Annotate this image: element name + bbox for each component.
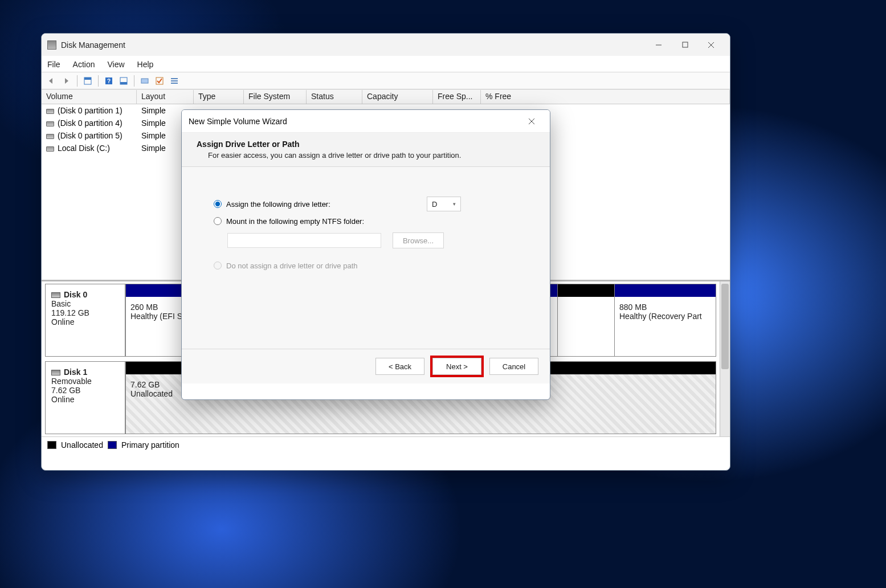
drive-icon (46, 134, 54, 139)
col-pfree[interactable]: % Free (481, 90, 730, 104)
cell-volume: (Disk 0 partition 1) (58, 106, 123, 115)
partition-hidden-black[interactable] (557, 284, 614, 356)
wizard-footer: < Back Next > Cancel (182, 349, 550, 383)
separator (77, 75, 77, 87)
legend: Unallocated Primary partition (42, 436, 730, 452)
view-top-icon[interactable] (81, 75, 95, 87)
svg-rect-1 (683, 42, 688, 47)
help-icon[interactable]: ? (102, 75, 116, 87)
new-simple-volume-wizard: New Simple Volume Wizard Assign Drive Le… (181, 109, 550, 400)
option-mount-folder-label: Mount in the following empty NTFS folder… (226, 217, 364, 226)
option-assign-letter-label: Assign the following drive letter: (226, 200, 330, 209)
option-no-letter-label: Do not assign a drive letter or drive pa… (226, 262, 358, 270)
wizard-body: Assign the following drive letter: D ▾ M… (182, 167, 550, 349)
cancel-button[interactable]: Cancel (489, 358, 538, 375)
disk-name: Disk 1 (64, 368, 87, 377)
wizard-subheading: For easier access, you can assign a driv… (208, 151, 538, 160)
menu-action[interactable]: Action (73, 60, 95, 69)
menu-view[interactable]: View (107, 60, 124, 69)
option-mount-folder[interactable]: Mount in the following empty NTFS folder… (214, 213, 518, 230)
svg-rect-9 (120, 82, 127, 84)
partition[interactable]: 880 MB Healthy (Recovery Part (614, 284, 716, 356)
volume-table-header: Volume Layout Type File System Status Ca… (42, 89, 730, 104)
drive-letter-select[interactable]: D ▾ (427, 197, 461, 211)
drive-letter-value: D (432, 200, 437, 209)
scrollbar[interactable] (720, 281, 730, 436)
svg-rect-14 (171, 83, 178, 84)
wizard-close-button[interactable] (520, 114, 543, 129)
partition[interactable]: 260 MB Healthy (EFI S (125, 284, 188, 356)
chevron-down-icon: ▾ (453, 201, 456, 207)
option-no-letter: Do not assign a drive letter or drive pa… (214, 257, 518, 274)
menu-file[interactable]: File (47, 60, 60, 69)
option-assign-letter[interactable]: Assign the following drive letter: D ▾ (214, 195, 518, 213)
disk-kind: Removable (51, 377, 92, 386)
disk-icon (51, 292, 60, 298)
cell-volume: (Disk 0 partition 4) (58, 119, 123, 128)
list-icon[interactable] (168, 75, 181, 87)
window-title: Disk Management (61, 40, 125, 50)
col-type[interactable]: Type (194, 90, 244, 104)
back-button[interactable]: < Back (375, 358, 424, 375)
forward-icon[interactable] (60, 75, 74, 87)
disk-info: Disk 1 Removable 7.62 GB Online (46, 362, 125, 434)
minimize-button[interactable] (646, 36, 672, 54)
col-status[interactable]: Status (307, 90, 362, 104)
wizard-titlebar[interactable]: New Simple Volume Wizard (182, 110, 550, 133)
close-button[interactable] (698, 36, 724, 54)
legend-swatch-unallocated (47, 441, 56, 449)
ntfs-path-input[interactable] (227, 233, 381, 248)
settings-icon[interactable] (138, 75, 152, 87)
view-bottom-icon[interactable] (117, 75, 130, 87)
back-icon[interactable] (45, 75, 59, 87)
wizard-header: Assign Drive Letter or Path For easier a… (182, 133, 550, 167)
disk-size: 7.62 GB (51, 386, 80, 395)
check-icon[interactable] (153, 75, 166, 87)
col-fs[interactable]: File System (244, 90, 307, 104)
titlebar[interactable]: Disk Management (42, 34, 730, 56)
col-cap[interactable]: Capacity (362, 90, 433, 104)
legend-label-primary: Primary partition (121, 440, 179, 450)
disk-state: Online (51, 317, 74, 326)
drive-icon (46, 121, 54, 126)
radio-mount-folder[interactable] (214, 217, 222, 225)
menubar: File Action View Help (42, 56, 730, 72)
separator (134, 75, 134, 87)
svg-rect-13 (171, 80, 178, 81)
svg-rect-12 (171, 78, 178, 79)
partition-bar (126, 284, 188, 297)
svg-rect-5 (84, 77, 91, 80)
disk-icon (51, 370, 60, 375)
drive-icon (46, 109, 54, 114)
drive-icon (46, 146, 54, 152)
app-icon (47, 40, 56, 50)
wizard-heading: Assign Drive Letter or Path (197, 140, 538, 149)
col-layout[interactable]: Layout (137, 90, 194, 104)
col-free[interactable]: Free Sp... (433, 90, 481, 104)
partition-bar (615, 284, 716, 297)
partition-size: 880 MB (619, 303, 711, 312)
separator (98, 75, 99, 87)
partition-size: 260 MB (130, 303, 183, 312)
wizard-title: New Simple Volume Wizard (189, 117, 287, 126)
col-volume[interactable]: Volume (42, 90, 137, 104)
svg-rect-10 (141, 79, 148, 83)
legend-label-unallocated: Unallocated (61, 440, 103, 450)
cell-volume: (Disk 0 partition 5) (58, 131, 123, 140)
radio-assign-letter[interactable] (214, 200, 222, 208)
disk-info: Disk 0 Basic 119.12 GB Online (46, 284, 125, 356)
next-button[interactable]: Next > (432, 358, 481, 375)
disk-size: 119.12 GB (51, 308, 89, 317)
toolbar: ? (42, 72, 730, 89)
disk-name: Disk 0 (64, 290, 87, 299)
radio-no-letter (214, 262, 222, 270)
menu-help[interactable]: Help (137, 60, 154, 69)
browse-button[interactable]: Browse... (393, 232, 444, 248)
disk-kind: Basic (51, 299, 71, 308)
scrollbar-thumb[interactable] (721, 284, 729, 369)
partition-status: Healthy (Recovery Part (619, 312, 711, 321)
maximize-button[interactable] (672, 36, 698, 54)
disk-state: Online (51, 395, 74, 404)
partition-status: Healthy (EFI S (130, 312, 183, 321)
cell-volume: Local Disk (C:) (58, 144, 110, 153)
